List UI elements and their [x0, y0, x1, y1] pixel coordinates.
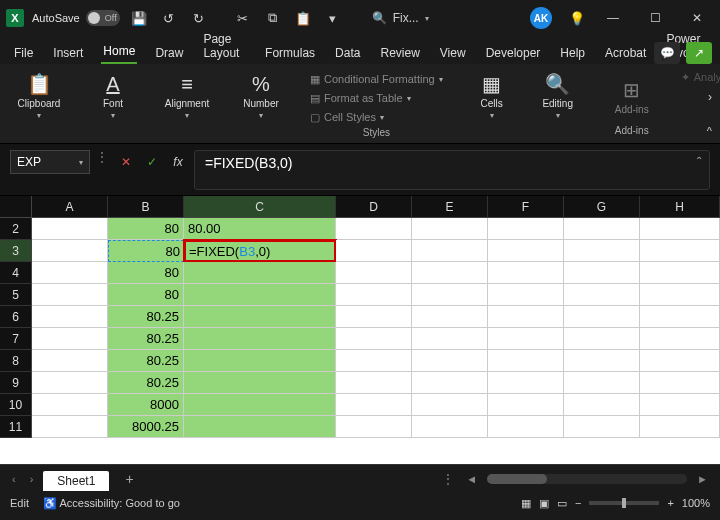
- alignment-button[interactable]: ≡ Alignment ▾: [162, 68, 212, 124]
- search-box[interactable]: 🔍 Fix... ▾: [372, 11, 429, 25]
- cell-F6[interactable]: [488, 306, 564, 328]
- cell-F9[interactable]: [488, 372, 564, 394]
- cell-E9[interactable]: [412, 372, 488, 394]
- addins-button[interactable]: ⊞ Add-ins: [607, 68, 657, 124]
- tab-draw[interactable]: Draw: [153, 42, 185, 64]
- cell-G4[interactable]: [564, 262, 640, 284]
- cell-D6[interactable]: [336, 306, 412, 328]
- formula-input[interactable]: =FIXED(B3,0) ⌃: [194, 150, 710, 190]
- tab-insert[interactable]: Insert: [51, 42, 85, 64]
- sheet-options-icon[interactable]: ⋮: [442, 472, 456, 486]
- row-header-7[interactable]: 7: [0, 328, 32, 350]
- cell-E4[interactable]: [412, 262, 488, 284]
- tab-file[interactable]: File: [12, 42, 35, 64]
- cell-E2[interactable]: [412, 218, 488, 240]
- column-header-E[interactable]: E: [412, 196, 488, 218]
- scrollbar-thumb[interactable]: [487, 474, 547, 484]
- cell-F2[interactable]: [488, 218, 564, 240]
- cell-G7[interactable]: [564, 328, 640, 350]
- cell-A2[interactable]: [32, 218, 108, 240]
- cells-button[interactable]: ▦ Cells ▾: [467, 68, 517, 124]
- copy-icon[interactable]: ⧉: [262, 7, 284, 29]
- cell-E11[interactable]: [412, 416, 488, 438]
- column-header-A[interactable]: A: [32, 196, 108, 218]
- share-button[interactable]: ↗: [686, 42, 712, 64]
- tab-acrobat[interactable]: Acrobat: [603, 42, 648, 64]
- cell-C9[interactable]: [184, 372, 336, 394]
- cell-C3[interactable]: =FIXED(B3,0): [184, 240, 336, 262]
- cancel-formula-button[interactable]: ✕: [116, 150, 136, 174]
- tab-review[interactable]: Review: [378, 42, 421, 64]
- scroll-left-icon[interactable]: ◄: [462, 473, 481, 485]
- cell-A3[interactable]: [32, 240, 108, 262]
- tab-home[interactable]: Home: [101, 40, 137, 64]
- cell-E3[interactable]: [412, 240, 488, 262]
- cell-C4[interactable]: [184, 262, 336, 284]
- cell-A6[interactable]: [32, 306, 108, 328]
- clipboard-button[interactable]: 📋 Clipboard ▾: [14, 68, 64, 124]
- zoom-in-button[interactable]: +: [667, 497, 673, 509]
- cell-A8[interactable]: [32, 350, 108, 372]
- cell-H5[interactable]: [640, 284, 720, 306]
- tab-data[interactable]: Data: [333, 42, 362, 64]
- cell-C5[interactable]: [184, 284, 336, 306]
- cell-D7[interactable]: [336, 328, 412, 350]
- analyze-data-button[interactable]: ✦Analyze Data: [681, 68, 720, 86]
- cell-G10[interactable]: [564, 394, 640, 416]
- cell-G5[interactable]: [564, 284, 640, 306]
- row-header-6[interactable]: 6: [0, 306, 32, 328]
- cell-G3[interactable]: [564, 240, 640, 262]
- editing-button[interactable]: 🔍 Editing ▾: [533, 68, 583, 124]
- zoom-slider[interactable]: [589, 501, 659, 505]
- autosave-toggle[interactable]: AutoSave Off: [32, 10, 120, 26]
- cell-D9[interactable]: [336, 372, 412, 394]
- cell-D2[interactable]: [336, 218, 412, 240]
- select-all-corner[interactable]: [0, 196, 32, 218]
- cell-F7[interactable]: [488, 328, 564, 350]
- accessibility-status[interactable]: ♿ Accessibility: Good to go: [43, 497, 180, 510]
- cell-G6[interactable]: [564, 306, 640, 328]
- cell-H10[interactable]: [640, 394, 720, 416]
- cell-B9[interactable]: 80.25: [108, 372, 184, 394]
- zoom-level[interactable]: 100%: [682, 497, 710, 509]
- column-header-H[interactable]: H: [640, 196, 720, 218]
- name-box[interactable]: EXP ▾: [10, 150, 90, 174]
- column-header-B[interactable]: B: [108, 196, 184, 218]
- cell-B11[interactable]: 8000.25: [108, 416, 184, 438]
- lightbulb-icon[interactable]: 💡: [566, 7, 588, 29]
- row-header-8[interactable]: 8: [0, 350, 32, 372]
- sheet-tab-sheet1[interactable]: Sheet1: [43, 471, 109, 491]
- cell-D11[interactable]: [336, 416, 412, 438]
- cell-F10[interactable]: [488, 394, 564, 416]
- cut-icon[interactable]: ✂: [232, 7, 254, 29]
- view-page-icon[interactable]: ▣: [539, 497, 549, 510]
- format-as-table-button[interactable]: ▤Format as Table▾: [310, 89, 443, 107]
- cell-D10[interactable]: [336, 394, 412, 416]
- tab-view[interactable]: View: [438, 42, 468, 64]
- tab-help[interactable]: Help: [558, 42, 587, 64]
- row-header-11[interactable]: 11: [0, 416, 32, 438]
- zoom-out-button[interactable]: −: [575, 497, 581, 509]
- row-header-10[interactable]: 10: [0, 394, 32, 416]
- cell-C11[interactable]: [184, 416, 336, 438]
- cell-E10[interactable]: [412, 394, 488, 416]
- cell-G8[interactable]: [564, 350, 640, 372]
- scroll-right-icon[interactable]: ►: [693, 473, 712, 485]
- cell-F5[interactable]: [488, 284, 564, 306]
- cell-B3[interactable]: 80: [108, 240, 184, 262]
- tab-page-layout[interactable]: Page Layout: [201, 28, 247, 64]
- cell-A7[interactable]: [32, 328, 108, 350]
- cell-H2[interactable]: [640, 218, 720, 240]
- row-header-2[interactable]: 2: [0, 218, 32, 240]
- column-header-G[interactable]: G: [564, 196, 640, 218]
- row-header-5[interactable]: 5: [0, 284, 32, 306]
- cell-A9[interactable]: [32, 372, 108, 394]
- cell-B10[interactable]: 8000: [108, 394, 184, 416]
- row-header-4[interactable]: 4: [0, 262, 32, 284]
- cell-C8[interactable]: [184, 350, 336, 372]
- cell-H9[interactable]: [640, 372, 720, 394]
- redo-icon[interactable]: ↻: [188, 7, 210, 29]
- conditional-formatting-button[interactable]: ▦Conditional Formatting▾: [310, 70, 443, 88]
- cell-F8[interactable]: [488, 350, 564, 372]
- cell-D5[interactable]: [336, 284, 412, 306]
